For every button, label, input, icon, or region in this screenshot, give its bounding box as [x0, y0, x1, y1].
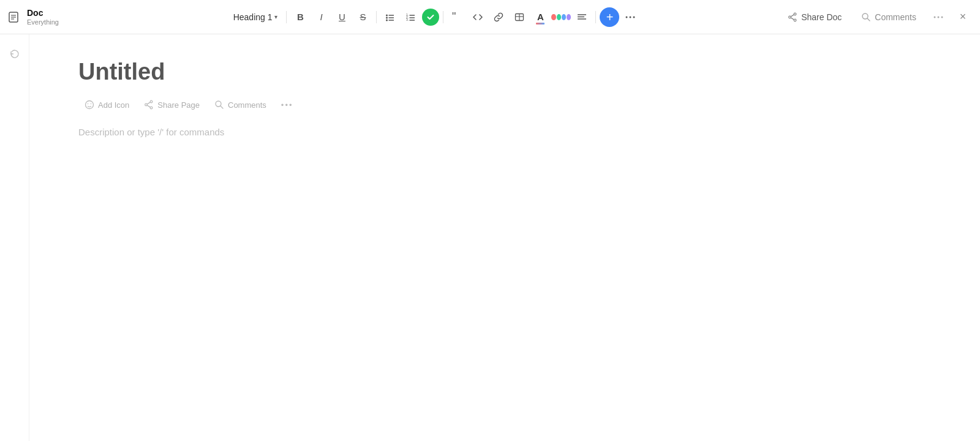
table-icon	[514, 12, 524, 22]
add-icon-button[interactable]: Add Icon	[78, 97, 135, 112]
divider-3	[443, 11, 443, 23]
underline-button[interactable]: U	[332, 7, 352, 27]
bullet-list-button[interactable]	[380, 7, 400, 27]
toolbar-center: Heading 1 ▾ B I U S	[91, 7, 778, 27]
divider-1	[286, 11, 287, 23]
heading-select-label: Heading 1	[233, 12, 273, 22]
ellipsis-icon	[933, 16, 943, 18]
page-description[interactable]: Description or type '/' for commands	[78, 127, 931, 137]
link-button[interactable]	[489, 7, 508, 27]
more-options-button[interactable]	[620, 7, 640, 27]
share-doc-button[interactable]: Share Doc	[780, 10, 849, 24]
page-actions: Add Icon Share Page Comments	[78, 97, 931, 112]
align-button[interactable]	[572, 7, 592, 27]
color-dot-red	[551, 14, 556, 20]
share-icon	[788, 12, 797, 22]
page-more-icon: •••	[281, 100, 293, 110]
divider-4	[595, 11, 596, 23]
code-icon	[473, 12, 483, 22]
svg-point-37	[88, 104, 89, 105]
share-doc-label: Share Doc	[801, 12, 842, 22]
quote-icon: "	[452, 12, 462, 22]
svg-text:": "	[452, 12, 456, 22]
main-layout: Untitled Add Icon	[0, 34, 980, 441]
check-icon	[426, 13, 435, 21]
font-color-button[interactable]: A	[530, 7, 550, 27]
extra-options-button[interactable]	[929, 7, 948, 27]
svg-line-42	[148, 102, 151, 104]
strikethrough-button[interactable]: S	[353, 7, 372, 27]
numbered-list-button[interactable]: 1. 2. 3.	[401, 7, 421, 27]
toolbar: Doc Everything Heading 1 ▾ B I U S	[0, 0, 980, 34]
svg-point-25	[633, 16, 635, 18]
svg-point-41	[145, 104, 148, 106]
plus-button[interactable]: +	[600, 7, 619, 27]
search-icon	[861, 12, 871, 22]
emoji-icon	[85, 100, 94, 110]
heading-select[interactable]: Heading 1 ▾	[228, 10, 283, 24]
page-comments-button[interactable]: Comments	[208, 97, 273, 112]
close-button[interactable]: ×	[953, 7, 973, 27]
chevron-down-icon: ▾	[274, 13, 277, 20]
add-icon-label: Add Icon	[98, 100, 129, 110]
sidebar-history-icon[interactable]	[5, 44, 24, 64]
link-icon	[494, 12, 503, 22]
quote-button[interactable]: "	[447, 7, 467, 27]
comments-button[interactable]: Comments	[854, 10, 924, 24]
content-area: Untitled Add Icon	[29, 34, 980, 441]
svg-point-40	[151, 107, 153, 109]
check-button[interactable]	[422, 9, 439, 26]
toolbar-right: Share Doc Comments ×	[780, 7, 973, 27]
svg-line-43	[148, 105, 151, 107]
numbered-list-icon: 1. 2. 3.	[406, 12, 416, 22]
doc-title: Doc	[27, 8, 76, 18]
bold-button[interactable]: B	[290, 7, 310, 27]
close-icon: ×	[960, 10, 967, 23]
svg-point-8	[386, 19, 388, 21]
comments-label: Comments	[875, 12, 916, 22]
doc-info: Doc Everything	[27, 8, 76, 26]
more-options-icon	[625, 16, 635, 18]
color-picker-button[interactable]	[551, 7, 571, 27]
color-dot-green	[557, 14, 561, 20]
table-button[interactable]	[510, 7, 529, 27]
doc-icon-wrap	[7, 11, 20, 23]
align-icon	[577, 12, 587, 22]
svg-point-38	[91, 104, 92, 105]
svg-line-32	[867, 18, 870, 21]
share-page-button[interactable]: Share Page	[138, 97, 206, 112]
svg-point-26	[794, 13, 796, 15]
svg-point-33	[934, 16, 936, 18]
svg-text:3.: 3.	[406, 18, 409, 21]
svg-line-45	[221, 106, 223, 108]
share-page-icon	[144, 100, 154, 110]
svg-point-4	[386, 14, 388, 16]
italic-button[interactable]: I	[311, 7, 331, 27]
svg-point-36	[86, 101, 94, 109]
svg-line-30	[791, 17, 794, 19]
doc-icon	[7, 11, 20, 23]
svg-point-35	[941, 16, 943, 18]
page-search-icon	[214, 100, 224, 110]
svg-point-28	[789, 16, 791, 18]
page-more-button[interactable]: •••	[275, 98, 300, 112]
page-title[interactable]: Untitled	[78, 59, 931, 85]
divider-2	[376, 11, 377, 23]
left-sidebar	[0, 34, 29, 441]
svg-point-27	[794, 19, 796, 21]
history-icon	[9, 48, 20, 59]
color-dot-purple	[567, 14, 571, 20]
svg-point-23	[626, 16, 628, 18]
svg-point-6	[386, 17, 388, 18]
share-page-label: Share Page	[157, 100, 200, 110]
doc-subtitle: Everything	[27, 18, 76, 26]
svg-line-29	[791, 14, 794, 16]
svg-point-39	[151, 100, 153, 103]
svg-point-34	[938, 16, 940, 18]
color-dot-blue	[562, 14, 566, 20]
svg-point-24	[630, 16, 631, 18]
code-button[interactable]	[468, 7, 488, 27]
page-comments-label: Comments	[228, 100, 266, 110]
bullet-list-icon	[385, 12, 395, 22]
